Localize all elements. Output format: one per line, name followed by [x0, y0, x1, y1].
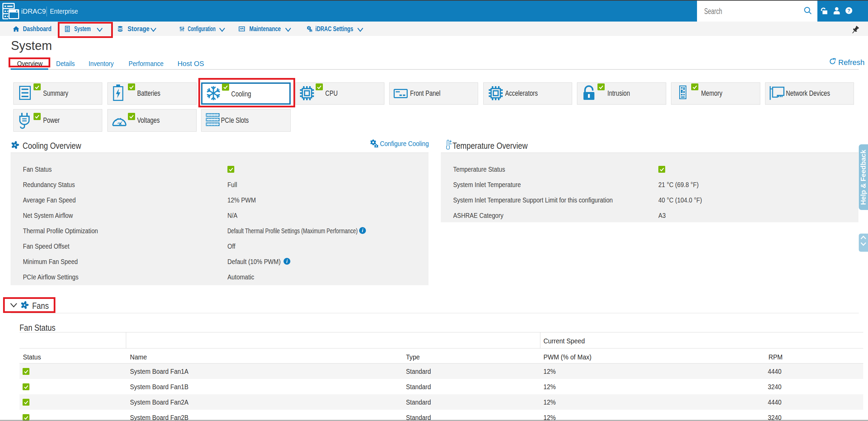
svg-text:?: ? — [847, 8, 851, 13]
